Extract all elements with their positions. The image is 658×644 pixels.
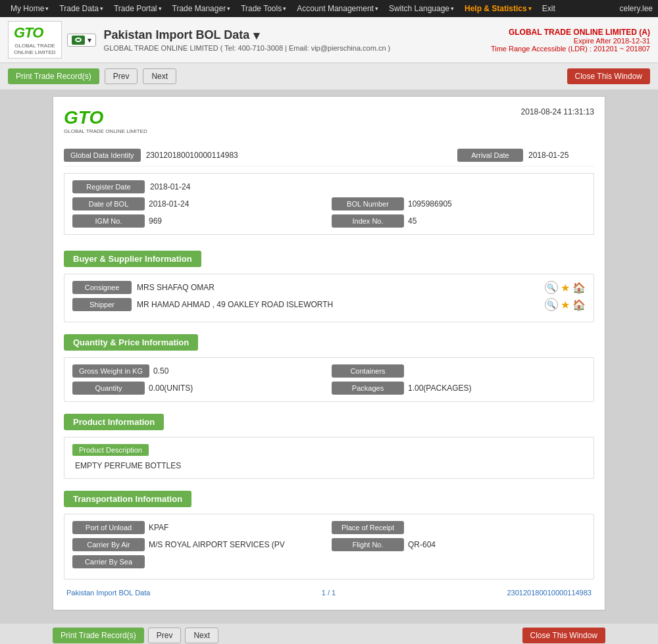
buyer-supplier-box: Consignee MRS SHAFAQ OMAR 🔍 ★ 🏠 Shipper …: [64, 274, 594, 322]
date-of-bol-value: 2018-01-24: [149, 199, 326, 209]
product-section-header: Product Information: [64, 414, 164, 430]
next-button-bottom[interactable]: Next: [185, 628, 218, 643]
nav-trade-manager[interactable]: Trade Manager ▾: [167, 1, 236, 16]
arrival-date-label: Arrival Date: [457, 149, 523, 162]
pakistan-flag-icon: [72, 36, 85, 45]
doc-header: GTO GLOBAL TRADE ONLINE LIMITED 2018-08-…: [64, 107, 594, 134]
igm-row: IGM No. 969 Index No. 45: [72, 214, 586, 228]
nav-account-management[interactable]: Account Management ▾: [291, 1, 384, 16]
doc-timestamp: 2018-08-24 11:31:13: [521, 107, 594, 116]
igm-no-field: IGM No. 969: [72, 214, 326, 228]
next-button[interactable]: Next: [143, 68, 176, 84]
bol-number-value: 1095986905: [408, 199, 586, 209]
nav-switch-language[interactable]: Switch Language ▾: [384, 1, 459, 16]
port-receipt-row: Port of Unload KPAF Place of Receipt: [72, 521, 586, 534]
shipper-label: Shipper: [72, 298, 132, 311]
nav-exit[interactable]: Exit: [537, 1, 561, 16]
product-box: Product Description EMPTY PERFUME BOTTLE…: [64, 437, 594, 479]
date-of-bol-label: Date of BOL: [72, 197, 145, 211]
print-button[interactable]: Print Trade Record(s): [8, 68, 99, 84]
gross-weight-value: 0.50: [153, 366, 326, 376]
print-button-bottom[interactable]: Print Trade Record(s): [53, 628, 144, 643]
quantity-value: 0.00(UNITS): [149, 384, 326, 393]
consignee-label: Consignee: [72, 281, 132, 294]
close-window-button[interactable]: Close This Window: [567, 68, 650, 84]
bol-row: Date of BOL 2018-01-24 BOL Number 109598…: [72, 197, 586, 211]
account-info: GLOBAL TRADE ONLINE LIMITED (A) Expire A…: [491, 28, 650, 53]
document-card: GTO GLOBAL TRADE ONLINE LIMITED 2018-08-…: [53, 96, 605, 610]
company-name: GLOBAL TRADE ONLINE LIMITED (A): [491, 28, 650, 37]
top-navigation: My Home ▾ Trade Data ▾ Trade Portal ▾ Tr…: [0, 0, 658, 17]
gross-weight-field: Gross Weight in KG 0.50: [72, 364, 326, 378]
weight-containers-row: Gross Weight in KG 0.50 Containers: [72, 364, 586, 378]
flight-no-value: QR-604: [408, 540, 586, 549]
transport-section-header: Transportation Information: [64, 491, 191, 507]
containers-field: Containers: [332, 364, 586, 378]
buyer-supplier-section-header: Buyer & Supplier Information: [64, 251, 201, 267]
page-title: Pakistan Import BOL Data ▾: [104, 28, 483, 43]
nav-items: My Home ▾ Trade Data ▾ Trade Portal ▾ Tr…: [5, 1, 620, 16]
place-of-receipt-label: Place of Receipt: [332, 521, 404, 534]
arrival-date-value: 2018-01-25: [528, 151, 594, 160]
logo-area: GTO GLOBAL TRADEONLINE LIMITED ▾: [8, 21, 96, 59]
logo-text: GTO: [14, 24, 56, 41]
doc-logo-sub: GLOBAL TRADE ONLINE LIMITED: [64, 128, 147, 134]
chevron-down-icon: ▾: [528, 5, 532, 12]
quantity-field: Quantity 0.00(UNITS): [72, 382, 326, 395]
packages-label: Packages: [332, 382, 404, 395]
star-icon[interactable]: ★: [561, 282, 570, 294]
chevron-down-icon: ▾: [45, 5, 49, 12]
nav-help-statistics[interactable]: Help & Statistics ▾: [459, 1, 537, 16]
bol-number-label: BOL Number: [332, 197, 404, 211]
packages-field: Packages 1.00(PACKAGES): [332, 382, 586, 395]
search-icon[interactable]: 🔍: [545, 281, 558, 294]
home-icon[interactable]: 🏠: [572, 282, 586, 294]
index-no-field: Index No. 45: [332, 214, 586, 228]
index-no-value: 45: [408, 216, 586, 226]
shipper-icons: 🔍 ★ 🏠: [545, 298, 586, 311]
place-of-receipt-field: Place of Receipt: [332, 521, 586, 534]
search-icon[interactable]: 🔍: [545, 298, 558, 311]
header-bar: GTO GLOBAL TRADEONLINE LIMITED ▾ Pakista…: [0, 17, 658, 63]
carrier-by-air-field: Carrier By Air M/S ROYAL AIRPORT SERVICE…: [72, 538, 326, 551]
prev-button-bottom[interactable]: Prev: [148, 628, 182, 643]
nav-my-home[interactable]: My Home ▾: [5, 1, 54, 16]
ldr-range: Time Range Accessible (LDR) : 201201 ~ 2…: [491, 45, 650, 53]
gross-weight-label: Gross Weight in KG: [72, 364, 149, 378]
doc-footer: Pakistan Import BOL Data 1 / 1 230120180…: [64, 582, 594, 599]
consignee-value: MRS SHAFAQ OMAR: [132, 283, 540, 292]
nav-trade-portal[interactable]: Trade Portal ▾: [109, 1, 167, 16]
expiry-date: Expire After 2018-12-31: [491, 37, 650, 45]
company-contact: GLOBAL TRADE ONLINE LIMITED ( Tel: 400-7…: [104, 44, 483, 52]
packages-value: 1.00(PACKAGES): [408, 384, 586, 393]
product-description-label: Product Description: [72, 444, 149, 456]
port-of-unload-label: Port of Unload: [72, 521, 145, 534]
quantity-packages-row: Quantity 0.00(UNITS) Packages 1.00(PACKA…: [72, 382, 586, 395]
nav-trade-tools[interactable]: Trade Tools ▾: [236, 1, 291, 16]
chevron-down-icon: ▾: [227, 5, 230, 12]
flight-no-field: Flight No. QR-604: [332, 538, 586, 551]
company-logo: GTO GLOBAL TRADEONLINE LIMITED: [8, 21, 62, 59]
carrier-by-sea-label: Carrier By Sea: [72, 555, 145, 568]
containers-label: Containers: [332, 364, 404, 378]
home-icon[interactable]: 🏠: [572, 299, 586, 311]
doc-logo-text: GTO: [64, 107, 147, 128]
country-selector[interactable]: ▾: [67, 34, 96, 47]
flag-emblem: [75, 37, 82, 42]
nav-trade-data[interactable]: Trade Data ▾: [54, 1, 109, 16]
bottom-toolbar: Print Trade Record(s) Prev Next Close Th…: [0, 624, 658, 644]
register-info-box: Register Date 2018-01-24 Date of BOL 201…: [64, 173, 594, 235]
chevron-down-icon: ▾: [100, 5, 103, 12]
close-window-button-bottom[interactable]: Close This Window: [522, 628, 605, 643]
global-data-identity-label: Global Data Identity: [64, 149, 141, 162]
global-data-identity-row: Global Data Identity 2301201800100001149…: [64, 145, 594, 166]
dropdown-arrow-icon[interactable]: ▾: [253, 28, 259, 43]
qty-price-section-header: Quantity & Price Information: [64, 334, 198, 351]
prev-button[interactable]: Prev: [105, 68, 138, 84]
star-icon[interactable]: ★: [561, 299, 570, 311]
doc-footer-title: Pakistan Import BOL Data: [66, 589, 150, 597]
bol-number-field: BOL Number 1095986905: [332, 197, 586, 211]
product-description-value: EMPTY PERFUME BOTTLES: [72, 460, 586, 472]
port-of-unload-value: KPAF: [149, 523, 326, 532]
carrier-air-row: Carrier By Air M/S ROYAL AIRPORT SERVICE…: [72, 538, 586, 551]
